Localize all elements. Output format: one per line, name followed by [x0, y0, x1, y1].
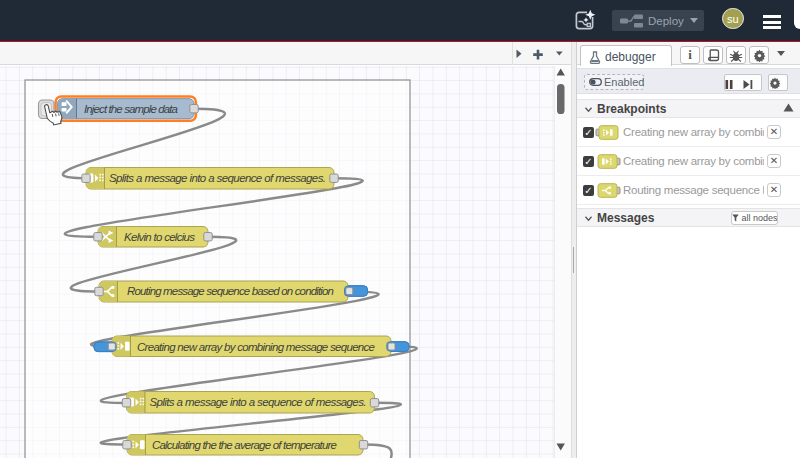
svg-text:Kelvin to celcius: Kelvin to celcius: [124, 231, 195, 243]
svg-text:Routing message sequence based: Routing message sequence based on condit…: [127, 285, 334, 297]
svg-text:Splits a message into a sequen: Splits a message into a sequence of mess…: [150, 396, 367, 408]
svg-text:Creating new array by combinin: Creating new array by combining message …: [137, 341, 375, 353]
svg-text:Inject the sample data: Inject the sample data: [84, 103, 178, 115]
svg-text:Calculating the the average of: Calculating the the average of temperatu…: [152, 439, 337, 451]
svg-text:Splits a message into a sequen: Splits a message into a sequence of mess…: [109, 172, 326, 184]
